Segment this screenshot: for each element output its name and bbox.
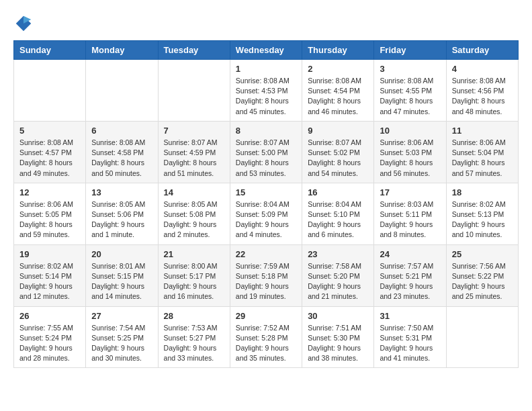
day-number: 11 (452, 126, 513, 136)
day-info: Sunrise: 8:08 AMSunset: 4:53 PMDaylight:… (236, 76, 296, 117)
day-info: Sunrise: 7:53 AMSunset: 5:27 PMDaylight:… (164, 323, 224, 364)
calendar-cell: 28Sunrise: 7:53 AMSunset: 5:27 PMDayligh… (158, 306, 230, 368)
day-number: 25 (452, 249, 513, 259)
weekday-header: Wednesday (230, 41, 302, 60)
day-number: 6 (91, 126, 152, 136)
calendar-cell: 25Sunrise: 7:56 AMSunset: 5:22 PMDayligh… (446, 244, 518, 306)
day-info: Sunrise: 8:07 AMSunset: 5:02 PMDaylight:… (308, 138, 368, 179)
day-info: Sunrise: 8:08 AMSunset: 4:55 PMDaylight:… (380, 76, 440, 117)
day-number: 21 (164, 249, 224, 259)
weekday-header: Sunday (14, 41, 86, 60)
day-number: 4 (452, 64, 513, 74)
day-number: 13 (91, 187, 152, 197)
calendar-cell: 7Sunrise: 8:07 AMSunset: 4:59 PMDaylight… (158, 121, 230, 183)
day-number: 15 (236, 187, 296, 197)
day-info: Sunrise: 8:05 AMSunset: 5:08 PMDaylight:… (164, 199, 224, 240)
calendar-cell: 13Sunrise: 8:05 AMSunset: 5:06 PMDayligh… (86, 183, 158, 244)
day-number: 7 (164, 126, 224, 136)
day-info: Sunrise: 8:08 AMSunset: 4:56 PMDaylight:… (452, 76, 513, 117)
calendar-header-row: SundayMondayTuesdayWednesdayThursdayFrid… (14, 41, 519, 60)
day-info: Sunrise: 8:04 AMSunset: 5:10 PMDaylight:… (308, 199, 368, 240)
calendar-cell: 30Sunrise: 7:51 AMSunset: 5:30 PMDayligh… (302, 306, 374, 368)
calendar-cell (446, 306, 518, 368)
calendar-cell: 9Sunrise: 8:07 AMSunset: 5:02 PMDaylight… (302, 121, 374, 183)
day-number: 22 (236, 249, 296, 259)
day-info: Sunrise: 7:56 AMSunset: 5:22 PMDaylight:… (452, 261, 513, 302)
calendar-cell: 10Sunrise: 8:06 AMSunset: 5:03 PMDayligh… (374, 121, 446, 183)
day-number: 29 (236, 311, 296, 321)
calendar-cell: 11Sunrise: 8:06 AMSunset: 5:04 PMDayligh… (446, 121, 518, 183)
calendar-week-row: 1Sunrise: 8:08 AMSunset: 4:53 PMDaylight… (14, 60, 519, 122)
calendar-week-row: 19Sunrise: 8:02 AMSunset: 5:14 PMDayligh… (14, 244, 519, 306)
day-number: 10 (380, 126, 440, 136)
day-number: 1 (236, 64, 296, 74)
day-info: Sunrise: 8:00 AMSunset: 5:17 PMDaylight:… (164, 261, 224, 302)
day-info: Sunrise: 8:06 AMSunset: 5:03 PMDaylight:… (380, 138, 440, 179)
calendar-week-row: 5Sunrise: 8:08 AMSunset: 4:57 PMDaylight… (14, 121, 519, 183)
page-header (13, 13, 519, 34)
day-info: Sunrise: 7:57 AMSunset: 5:21 PMDaylight:… (380, 261, 440, 302)
day-number: 27 (91, 311, 152, 321)
day-info: Sunrise: 8:03 AMSunset: 5:11 PMDaylight:… (380, 199, 440, 240)
calendar-cell: 6Sunrise: 8:08 AMSunset: 4:58 PMDaylight… (86, 121, 158, 183)
day-info: Sunrise: 7:51 AMSunset: 5:30 PMDaylight:… (308, 323, 368, 364)
calendar-cell: 2Sunrise: 8:08 AMSunset: 4:54 PMDaylight… (302, 60, 374, 122)
calendar-cell: 4Sunrise: 8:08 AMSunset: 4:56 PMDaylight… (446, 60, 518, 122)
calendar-cell: 1Sunrise: 8:08 AMSunset: 4:53 PMDaylight… (230, 60, 302, 122)
day-number: 24 (380, 249, 440, 259)
calendar-cell: 31Sunrise: 7:50 AMSunset: 5:31 PMDayligh… (374, 306, 446, 368)
logo-icon (13, 13, 34, 34)
day-number: 31 (380, 311, 440, 321)
calendar-cell: 5Sunrise: 8:08 AMSunset: 4:57 PMDaylight… (14, 121, 86, 183)
day-number: 12 (19, 187, 80, 197)
weekday-header: Tuesday (158, 41, 230, 60)
calendar-cell (14, 60, 86, 122)
day-number: 28 (164, 311, 224, 321)
day-number: 14 (164, 187, 224, 197)
calendar-cell (86, 60, 158, 122)
calendar-table: SundayMondayTuesdayWednesdayThursdayFrid… (13, 40, 519, 368)
calendar-cell: 16Sunrise: 8:04 AMSunset: 5:10 PMDayligh… (302, 183, 374, 244)
logo (13, 13, 36, 34)
calendar-cell: 14Sunrise: 8:05 AMSunset: 5:08 PMDayligh… (158, 183, 230, 244)
day-number: 30 (308, 311, 368, 321)
calendar-cell: 24Sunrise: 7:57 AMSunset: 5:21 PMDayligh… (374, 244, 446, 306)
calendar-cell: 22Sunrise: 7:59 AMSunset: 5:18 PMDayligh… (230, 244, 302, 306)
calendar-week-row: 12Sunrise: 8:06 AMSunset: 5:05 PMDayligh… (14, 183, 519, 244)
day-number: 26 (19, 311, 80, 321)
day-info: Sunrise: 8:02 AMSunset: 5:14 PMDaylight:… (19, 261, 80, 302)
calendar-cell: 23Sunrise: 7:58 AMSunset: 5:20 PMDayligh… (302, 244, 374, 306)
day-info: Sunrise: 7:58 AMSunset: 5:20 PMDaylight:… (308, 261, 368, 302)
day-number: 3 (380, 64, 440, 74)
day-number: 5 (19, 126, 80, 136)
calendar-cell: 27Sunrise: 7:54 AMSunset: 5:25 PMDayligh… (86, 306, 158, 368)
day-info: Sunrise: 8:06 AMSunset: 5:05 PMDaylight:… (19, 199, 80, 240)
day-info: Sunrise: 7:50 AMSunset: 5:31 PMDaylight:… (380, 323, 440, 364)
day-info: Sunrise: 8:07 AMSunset: 4:59 PMDaylight:… (164, 138, 224, 179)
day-info: Sunrise: 7:52 AMSunset: 5:28 PMDaylight:… (236, 323, 296, 364)
day-number: 18 (452, 187, 513, 197)
calendar-cell: 17Sunrise: 8:03 AMSunset: 5:11 PMDayligh… (374, 183, 446, 244)
calendar-cell: 20Sunrise: 8:01 AMSunset: 5:15 PMDayligh… (86, 244, 158, 306)
day-info: Sunrise: 7:59 AMSunset: 5:18 PMDaylight:… (236, 261, 296, 302)
weekday-header: Monday (86, 41, 158, 60)
calendar-cell: 26Sunrise: 7:55 AMSunset: 5:24 PMDayligh… (14, 306, 86, 368)
day-info: Sunrise: 8:07 AMSunset: 5:00 PMDaylight:… (236, 138, 296, 179)
day-number: 19 (19, 249, 80, 259)
weekday-header: Thursday (302, 41, 374, 60)
calendar-cell: 18Sunrise: 8:02 AMSunset: 5:13 PMDayligh… (446, 183, 518, 244)
day-info: Sunrise: 8:08 AMSunset: 4:54 PMDaylight:… (308, 76, 368, 117)
day-number: 2 (308, 64, 368, 74)
calendar-cell (158, 60, 230, 122)
day-info: Sunrise: 8:05 AMSunset: 5:06 PMDaylight:… (91, 199, 152, 240)
day-number: 20 (91, 249, 152, 259)
day-number: 16 (308, 187, 368, 197)
weekday-header: Friday (374, 41, 446, 60)
calendar-cell: 15Sunrise: 8:04 AMSunset: 5:09 PMDayligh… (230, 183, 302, 244)
day-number: 23 (308, 249, 368, 259)
day-info: Sunrise: 8:08 AMSunset: 4:58 PMDaylight:… (91, 138, 152, 179)
day-number: 9 (308, 126, 368, 136)
day-info: Sunrise: 8:08 AMSunset: 4:57 PMDaylight:… (19, 138, 80, 179)
day-info: Sunrise: 7:55 AMSunset: 5:24 PMDaylight:… (19, 323, 80, 364)
calendar-cell: 29Sunrise: 7:52 AMSunset: 5:28 PMDayligh… (230, 306, 302, 368)
